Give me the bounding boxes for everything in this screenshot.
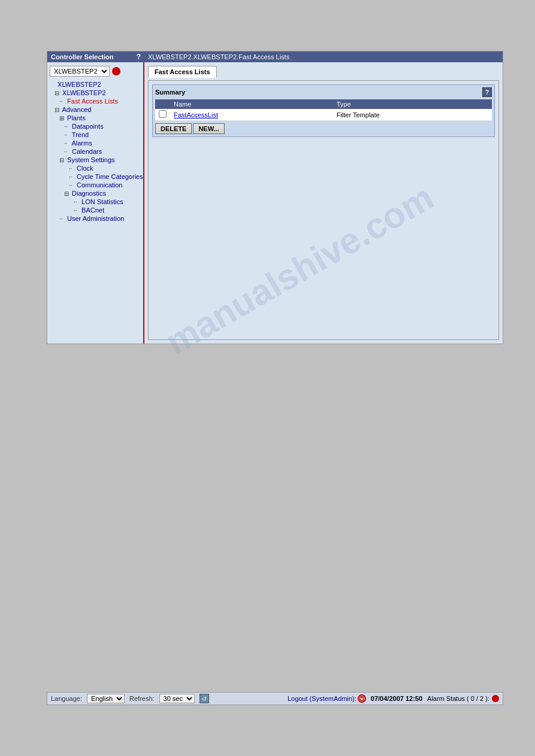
header-left-title: Controller Selection <box>51 53 114 60</box>
sidebar-item-label: Diagnostics <box>72 190 106 197</box>
content-panel: Summary ? Name Type <box>148 80 499 340</box>
refresh-select[interactable]: 30 sec <box>159 694 195 703</box>
language-select[interactable]: English <box>87 694 125 703</box>
sidebar-item-calendars[interactable]: ·· Calendars <box>47 147 143 156</box>
power-icon <box>358 694 366 703</box>
sidebar-header: XLWEBSTEP2 <box>47 65 143 80</box>
toggle-icon: ⊟ <box>55 90 61 96</box>
header-right-title: XLWEBSTEP2.XLWEBSTEP2.Fast Access Lists <box>148 53 289 60</box>
summary-section: Summary ? Name Type <box>152 84 495 137</box>
alarm-status: Alarm Status ( 0 / 2 ): <box>427 695 499 702</box>
row-name[interactable]: FastAccessList <box>170 109 333 121</box>
toggle-icon: ⊟ <box>64 190 70 197</box>
toggle-icon: ·· <box>59 215 65 222</box>
sidebar-item-lon-statistics[interactable]: ·· LON Statistics <box>47 198 143 206</box>
datetime: 07/04/2007 12:50 <box>371 695 422 702</box>
sidebar-item-label: Datapoints <box>72 123 104 130</box>
header-right: XLWEBSTEP2.XLWEBSTEP2.Fast Access Lists <box>144 51 503 62</box>
alarm-label: Alarm Status ( 0 / 2 ): <box>427 695 489 702</box>
sidebar-item-label: Clock <box>77 165 93 172</box>
sidebar: XLWEBSTEP2 XLWEBSTEP2 ⊟ XLWEBSTEP2 ·· Fa… <box>47 62 144 344</box>
sidebar-item-label: System Settings <box>67 156 114 163</box>
controller-dropdown[interactable]: XLWEBSTEP2 <box>50 66 110 77</box>
row-checkbox[interactable] <box>159 110 167 118</box>
col-checkbox <box>155 99 170 109</box>
new-button[interactable]: NEW... <box>193 123 224 134</box>
sidebar-item-label: Plants <box>67 114 86 122</box>
sidebar-item-user-admin[interactable]: ·· User Administration <box>47 214 143 223</box>
sidebar-item-label: XLWEBSTEP2 <box>62 89 106 96</box>
toggle-icon: ·· <box>59 98 65 105</box>
sidebar-item-communication[interactable]: ·· Communication <box>47 181 143 189</box>
toggle-icon: ⊟ <box>59 157 65 163</box>
action-buttons: DELETE NEW... <box>155 123 492 134</box>
sidebar-item-advanced[interactable]: ⊟ Advanced <box>47 105 143 114</box>
logout-text: Logout (SystemAdmin): <box>288 695 356 702</box>
sidebar-item-plants[interactable]: ⊞ Plants <box>47 114 143 122</box>
sidebar-item-diagnostics[interactable]: ⊟ Diagnostics <box>47 189 143 198</box>
sidebar-item-fast-access-lists[interactable]: ·· Fast Access Lists <box>47 97 143 105</box>
toggle-icon: ·· <box>69 182 75 189</box>
sidebar-item-label: Calendars <box>72 148 102 155</box>
main-content: XLWEBSTEP2 XLWEBSTEP2 ⊟ XLWEBSTEP2 ·· Fa… <box>47 62 503 344</box>
toggle-icon: ⊞ <box>59 115 65 122</box>
header-bar: Controller Selection ? XLWEBSTEP2.XLWEBS… <box>47 51 503 62</box>
help-button[interactable]: ? <box>482 87 492 97</box>
status-bar: Language: English Refresh: 30 sec ↺ Logo… <box>47 692 503 705</box>
sidebar-item-label: XLWEBSTEP2 <box>58 81 101 88</box>
header-help-icon[interactable]: ? <box>137 53 141 61</box>
sidebar-item-datapoints[interactable]: ·· Datapoints <box>47 122 143 130</box>
sidebar-item-alarms[interactable]: ·· Alarms <box>47 139 143 147</box>
app-window: Controller Selection ? XLWEBSTEP2.XLWEBS… <box>47 51 503 344</box>
sidebar-item-label: Advanced <box>62 106 91 113</box>
row-type: Filter Template <box>333 109 492 121</box>
status-indicator <box>112 67 120 75</box>
tab-bar: Fast Access Lists <box>148 66 499 78</box>
delete-button[interactable]: DELETE <box>155 123 192 134</box>
header-left: Controller Selection ? <box>47 51 144 62</box>
sidebar-item-trend[interactable]: ·· Trend <box>47 130 143 139</box>
refresh-button[interactable]: ↺ <box>200 694 209 703</box>
sidebar-item-label: Fast Access Lists <box>67 98 118 105</box>
toggle-icon: ·· <box>74 199 80 205</box>
refresh-label: Refresh: <box>129 695 155 702</box>
language-label: Language: <box>51 695 82 702</box>
summary-table: Name Type <box>155 99 492 121</box>
sidebar-item-label: Communication <box>77 181 122 189</box>
toggle-icon: ·· <box>69 174 75 180</box>
toggle-icon: ·· <box>64 132 70 138</box>
sidebar-item-label: Alarms <box>71 139 92 147</box>
toggle-icon: ·· <box>64 148 70 155</box>
toggle-icon: ⊟ <box>55 107 61 113</box>
toggle-icon: ·· <box>64 140 70 147</box>
right-panel: Fast Access Lists Summary ? N <box>144 62 503 344</box>
col-type: Type <box>333 99 492 109</box>
sidebar-item-xlwebstep2-sub[interactable]: ⊟ XLWEBSTEP2 <box>47 89 143 97</box>
row-checkbox-cell <box>155 109 170 121</box>
sidebar-item-xlwebstep2-root[interactable]: XLWEBSTEP2 <box>47 80 143 89</box>
sidebar-item-label: User Administration <box>67 215 124 222</box>
sidebar-item-label: Trend <box>72 131 89 138</box>
col-name: Name <box>170 99 333 109</box>
table-row: FastAccessList Filter Template <box>155 109 492 121</box>
logout-button[interactable]: Logout (SystemAdmin): <box>288 694 366 703</box>
toggle-icon: ·· <box>69 165 75 172</box>
sidebar-item-bacnet[interactable]: ·· BACnet <box>47 206 143 214</box>
sidebar-item-label: Cycle Time Categories <box>77 173 143 180</box>
toggle-icon: ·· <box>74 207 80 214</box>
toggle-icon: ·· <box>64 123 70 130</box>
summary-label: Summary <box>155 89 185 96</box>
alarm-dot <box>492 695 499 702</box>
sidebar-item-label: BACnet <box>81 207 104 214</box>
sidebar-item-label: LON Statistics <box>81 198 123 205</box>
sidebar-item-cycle-time[interactable]: ·· Cycle Time Categories <box>47 172 143 181</box>
tab-fast-access-lists[interactable]: Fast Access Lists <box>148 66 217 78</box>
sidebar-item-clock[interactable]: ·· Clock <box>47 164 143 172</box>
summary-header: Summary ? <box>155 87 492 97</box>
sidebar-item-system-settings[interactable]: ⊟ System Settings <box>47 156 143 164</box>
